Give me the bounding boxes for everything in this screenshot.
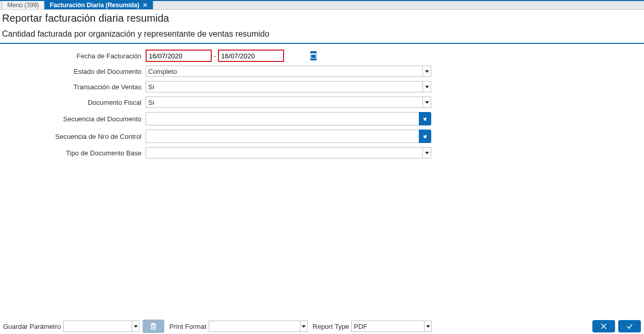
svg-rect-7 [315, 53, 315, 55]
fecha-to-wrap [218, 50, 284, 62]
row-tipo-doc: Tipo de Documento Base [2, 145, 642, 161]
label-estado: Estado del Documento [2, 68, 146, 75]
lookup-button[interactable] [419, 112, 431, 125]
estado-select[interactable]: Completo [146, 66, 431, 77]
tab-bar: Menú (399) Facturación Diaria (Resumida)… [0, 0, 644, 10]
main-panel: Reportar facturación diaria resumida Can… [0, 10, 644, 319]
chevron-down-icon [132, 321, 139, 331]
label-print-format: Print Format [169, 323, 207, 330]
header-area: Reportar facturación diaria resumida Can… [0, 10, 644, 44]
chevron-down-icon [422, 148, 431, 158]
print-format-value [209, 321, 300, 331]
report-type-value: PDF [352, 321, 424, 331]
svg-rect-5 [311, 54, 316, 55]
row-fecha: Fecha de Facturación - [2, 48, 642, 63]
calendar-icon[interactable] [310, 51, 317, 60]
transaccion-select[interactable]: Si [146, 81, 431, 92]
page-title: Reportar facturación diaria resumida [2, 12, 642, 24]
svg-rect-10 [152, 323, 154, 324]
tab-menu[interactable]: Menú (399) [2, 1, 44, 9]
row-secuencia-ctrl: Secuencia de Nro de Control [2, 128, 642, 145]
lookup-button[interactable] [419, 130, 431, 143]
secuencia-doc-lookup [146, 112, 431, 125]
secuencia-ctrl-input[interactable] [146, 130, 419, 143]
label-secuencia-ctrl: Secuencia de Nro de Control [2, 133, 146, 140]
page-subtitle: Cantidad facturada por organización y re… [2, 29, 642, 39]
svg-rect-6 [312, 53, 312, 55]
close-icon[interactable]: ✕ [143, 2, 148, 9]
transaccion-value: Si [146, 82, 422, 92]
row-estado: Estado del Documento Completo [2, 63, 642, 79]
fiscal-value: Si [146, 97, 422, 107]
tab-facturacion-label: Facturación Diaria (Resumida) [50, 2, 139, 9]
tipo-doc-select[interactable] [146, 147, 431, 158]
row-secuencia-doc: Secuencia del Documento [2, 110, 642, 128]
label-transaccion: Transacción de Ventas [2, 83, 146, 91]
bottom-bar: Guardar Parámetro Print Format Report Ty… [0, 319, 644, 334]
label-report-type: Report Type [313, 323, 350, 330]
tipo-doc-value [146, 148, 422, 158]
label-guardar: Guardar Parámetro [3, 323, 61, 330]
label-fiscal: Documento Fiscal [2, 99, 146, 106]
trash-icon [149, 322, 158, 330]
guardar-value [64, 321, 132, 331]
row-fiscal: Documento Fiscal Si [2, 94, 642, 110]
form-area: Fecha de Facturación - Estado del [0, 44, 644, 161]
check-icon [625, 322, 634, 330]
fecha-to-input[interactable] [219, 51, 310, 61]
chevron-down-icon [422, 66, 431, 76]
fiscal-select[interactable]: Si [146, 97, 431, 108]
tab-menu-label: Menú (399) [7, 2, 39, 9]
row-transaccion: Transacción de Ventas Si [2, 79, 642, 94]
print-format-select[interactable] [209, 321, 308, 332]
label-fecha: Fecha de Facturación [2, 52, 146, 60]
svg-rect-9 [151, 324, 156, 325]
secuencia-ctrl-lookup [146, 130, 431, 143]
chevron-down-icon [300, 321, 307, 331]
chevron-down-icon [422, 82, 431, 92]
ok-button[interactable] [618, 320, 641, 332]
tab-facturacion[interactable]: Facturación Diaria (Resumida) ✕ [44, 1, 153, 9]
estado-value: Completo [146, 66, 422, 76]
report-type-select[interactable]: PDF [351, 321, 432, 332]
date-separator: - [212, 52, 218, 60]
fecha-from-wrap [146, 50, 212, 62]
guardar-select[interactable] [63, 321, 139, 332]
x-icon [599, 322, 608, 330]
cancel-button[interactable] [592, 320, 615, 332]
chevron-down-icon [422, 97, 431, 107]
chevron-down-icon [424, 321, 431, 331]
secuencia-doc-input[interactable] [146, 112, 419, 125]
label-tipo-doc: Tipo de Documento Base [2, 149, 146, 157]
delete-button[interactable] [143, 320, 164, 333]
label-secuencia-doc: Secuencia del Documento [2, 115, 146, 123]
